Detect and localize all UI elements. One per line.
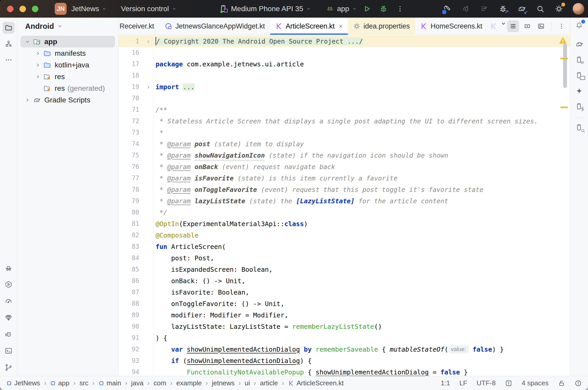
run-configuration-selector[interactable]: app [337,5,357,13]
logcat-tool-button[interactable] [3,328,15,340]
gradle-tool-button[interactable] [573,38,585,50]
search-everywhere-button[interactable] [534,2,547,16]
layout-inspector-tool-button[interactable] [573,122,585,134]
code-line[interactable]: 90 lazyListState: LazyListState = rememb… [118,321,570,332]
indent-widget[interactable]: 4 spaces [522,379,549,387]
code-view-button[interactable] [507,20,519,32]
fold-arrow-icon[interactable]: › [143,83,153,90]
error-indicator[interactable] [575,380,582,387]
close-window-button[interactable] [7,6,13,12]
code-line[interactable]: 1›/ Copyright 2020 The Android Open Sour… [118,36,570,47]
readonly-toggle[interactable] [558,380,565,387]
breadcrumb-item[interactable]: JetNews [6,379,40,387]
code-line[interactable]: 78 * @param onToggleFavorite (event) req… [118,184,570,195]
code-editor[interactable]: 1›/ Copyright 2020 The Android Open Sour… [118,35,570,376]
attach-debugger-button[interactable]: ↗ [496,2,510,16]
device-streaming-tool-button[interactable]: 🖇 [573,101,585,113]
tree-item-gradle-scripts[interactable]: Gradle Scripts [20,94,115,106]
breadcrumb-item[interactable]: article [260,379,278,387]
tab-receiver[interactable]: Receiver.kt [118,18,159,35]
code-line[interactable]: 79 * @param lazyListState (state) the [L… [118,195,570,207]
structure-tool-button[interactable] [3,38,15,50]
chevron-right-icon[interactable] [35,74,41,80]
fold-arrow-icon[interactable]: › [143,38,153,45]
code-line[interactable]: 18 [118,70,570,81]
code-line[interactable]: 74 * @param post (state) item to display [118,138,570,150]
caret-position-widget[interactable]: 1:1 [441,379,450,387]
minimize-window-button[interactable] [19,6,26,12]
tab-home-screens[interactable]: HomeScreens.kt [415,18,488,35]
breadcrumb-item[interactable]: java [131,379,144,387]
tree-item-res[interactable]: res [20,71,115,82]
code-line[interactable]: 73 * [118,127,570,138]
app-inspection-tool-button[interactable] [3,262,15,274]
warning-stripe-mark[interactable] [560,107,568,108]
device-selector[interactable]: Medium Phone API 35 [231,5,311,13]
chevron-right-icon[interactable] [25,97,30,103]
code-line[interactable]: 19›import ... [118,81,570,93]
breadcrumb-item[interactable]: ui [245,379,250,387]
code-line[interactable]: 82@Composable [118,229,570,241]
tree-item-app[interactable]: app [20,36,115,47]
apply-changes-button[interactable] [478,2,491,16]
code-line[interactable]: 88 onToggleFavorite: () -> Unit, [118,298,570,309]
tree-item-kotlin-java[interactable]: kotlin+java [20,59,115,71]
version-control-tool-button[interactable] [3,361,15,373]
code-line[interactable]: 86 onBack: () -> Unit, [118,275,570,287]
debug-button[interactable] [377,2,390,16]
chevron-right-icon[interactable] [35,51,41,56]
breadcrumb-item[interactable]: jetnews [212,379,235,387]
warning-stripe-mark[interactable] [560,58,568,59]
zoom-window-button[interactable] [32,6,38,12]
design-view-button[interactable] [535,20,547,32]
gradle-sync-button[interactable]: ↙ [515,2,528,16]
code-line[interactable]: 89 modifier: Modifier = Modifier, [118,309,570,321]
gemini-tool-button[interactable] [573,85,585,97]
code-line[interactable]: 93 if (showUnimplementedActionDialog) { [118,355,570,366]
code-line[interactable]: 92 var showUnimplementedActionDialog by … [118,344,570,355]
code-line[interactable]: 70 [118,93,570,104]
app-quality-insights-tool-button[interactable] [3,312,15,324]
settings-button[interactable] [552,2,566,16]
more-tool-windows-button[interactable] [3,54,15,66]
chevron-down-icon[interactable] [25,39,30,45]
split-view-button[interactable] [521,20,533,32]
code-line[interactable]: 77 * @param isFavorite (state) is this i… [118,172,570,184]
breadcrumb-item[interactable]: com [153,379,166,387]
services-tool-button[interactable] [3,278,15,290]
code-line[interactable]: 17package com.example.jetnews.ui.article [118,58,570,70]
breadcrumb-item[interactable]: app [50,379,69,387]
chevron-right-icon[interactable] [35,62,41,68]
build-button[interactable] [440,2,454,16]
code-line[interactable]: 85 isExpandedScreen: Boolean, [118,264,570,275]
line-ending-widget[interactable]: LF [459,379,467,387]
editor-scrollbar[interactable] [563,43,567,88]
user-avatar[interactable] [572,3,584,15]
notifications-button[interactable] [573,20,585,32]
profiler-button[interactable] [459,2,472,16]
code-line[interactable]: 76 * @param onBack (event) request navig… [118,161,570,172]
editor-options-button[interactable] [556,20,568,32]
tree-item-manifests[interactable]: manifests [20,47,115,59]
code-line[interactable]: 91) { [118,332,570,344]
run-button[interactable] [360,2,374,16]
code-line[interactable]: 94 FunctionalityNotAvailablePopup { show… [118,366,570,376]
tab-idea-properties[interactable]: idea.properties [348,18,415,35]
code-line[interactable]: 72 * Stateless Article Screen that displ… [118,115,570,127]
device-manager-tool-button[interactable] [573,54,585,66]
project-switcher[interactable]: JetNews [71,5,107,13]
breadcrumb-item[interactable]: main [99,379,121,387]
breadcrumb-item[interactable]: src [79,379,88,387]
code-line[interactable]: 81@OptIn(ExperimentalMaterial3Api::class… [118,218,570,229]
inspections-widget[interactable] [505,380,512,387]
code-line[interactable]: 75 * @param showNavigationIcon (state) i… [118,150,570,161]
running-devices-tool-button[interactable] [573,69,585,81]
encoding-widget[interactable]: UTF-8 [477,379,496,387]
tab-jetnews-glance-app-widget[interactable]: JetnewsGlanceAppWidget.kt [159,18,270,35]
tree-item-res-generated[interactable]: res (generated) [20,82,115,94]
terminal-tool-button[interactable] [3,345,15,357]
code-line[interactable]: 71/** [118,104,570,115]
profiler-tool-button[interactable] [3,295,15,307]
breadcrumb-item[interactable]: example [176,379,202,387]
project-view-selector[interactable]: Android [17,18,118,35]
